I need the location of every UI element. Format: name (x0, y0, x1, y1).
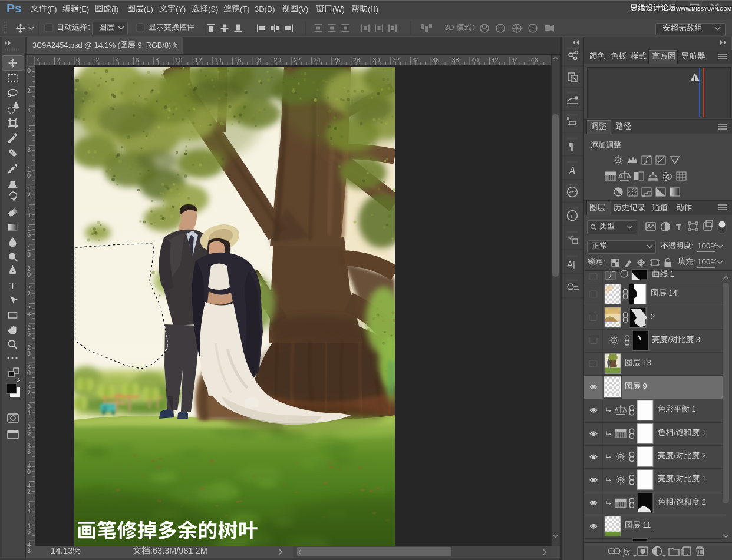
svg-text:(S): (S) (208, 5, 218, 14)
svg-text:(E): (E) (79, 5, 89, 14)
svg-text:2: 2 (700, 498, 706, 506)
svg-text:(I): (I) (111, 5, 118, 14)
svg-text:WWW.MISSYUAN.COM: WWW.MISSYUAN.COM (676, 6, 731, 12)
svg-text:1: 1 (700, 474, 706, 483)
svg-text:(T): (T) (240, 5, 250, 14)
svg-text:/: / (674, 474, 676, 483)
svg-text:1: 1 (700, 428, 706, 437)
svg-text:/: / (674, 428, 676, 437)
svg-text:(W): (W) (332, 5, 345, 14)
svg-text:(V): (V) (298, 5, 308, 14)
svg-text:9: 9 (641, 382, 647, 390)
svg-text:3D(D): 3D(D) (255, 5, 275, 14)
svg-text:(Y): (Y) (176, 5, 186, 14)
svg-text::: : (691, 241, 694, 250)
svg-text:2: 2 (700, 451, 706, 460)
svg-text::: : (693, 257, 695, 266)
svg-text:11: 11 (641, 521, 651, 529)
svg-text::: : (603, 257, 605, 266)
svg-text:/: / (674, 451, 676, 460)
svg-text:/: / (668, 335, 670, 344)
svg-text:1: 1 (668, 270, 674, 279)
svg-text:9, RGB/8) *: 9, RGB/8) * (136, 41, 176, 49)
svg-text:1: 1 (690, 405, 696, 413)
svg-text:13: 13 (641, 358, 651, 367)
svg-text:/: / (674, 498, 676, 506)
svg-text:14: 14 (667, 289, 677, 297)
svg-text:(H): (H) (368, 5, 378, 14)
svg-text:3: 3 (694, 335, 700, 344)
svg-text:(F): (F) (47, 5, 57, 14)
svg-text:3D: 3D (444, 23, 456, 32)
svg-text:3C9A2454.psd @ 14.1% (: 3C9A2454.psd @ 14.1% ( (32, 41, 121, 49)
svg-text:100%: 100% (697, 257, 718, 266)
svg-text:2: 2 (651, 312, 655, 321)
svg-text::63.3M/981.2M: :63.3M/981.2M (150, 546, 207, 555)
svg-text:100%: 100% (697, 241, 718, 250)
svg-text:(L): (L) (144, 5, 153, 14)
svg-text:Ps: Ps (6, 1, 22, 15)
